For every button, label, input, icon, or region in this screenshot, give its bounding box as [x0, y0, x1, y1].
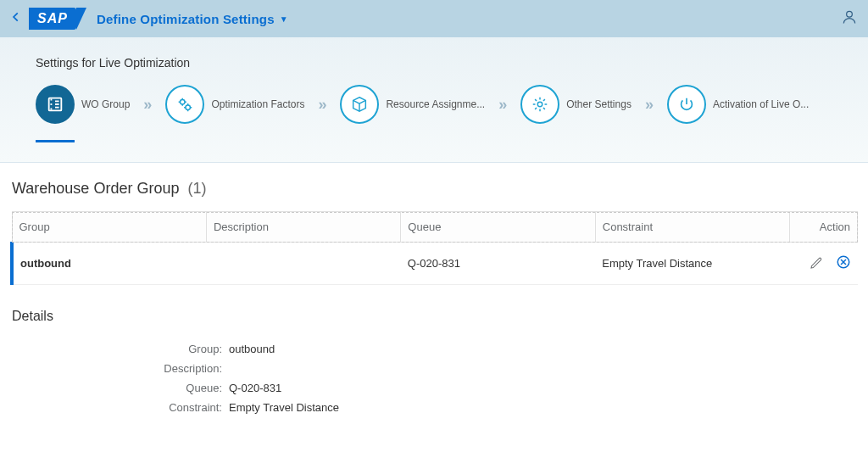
detail-row-description: Description:	[10, 362, 858, 375]
col-description[interactable]: Description	[206, 212, 400, 243]
table-title-text: Warehouse Order Group	[12, 180, 179, 197]
detail-row-queue: Queue: Q-020-831	[10, 382, 858, 394]
detail-value: outbound	[229, 343, 275, 355]
page-title-text: Define Optimization Settings	[97, 12, 275, 26]
detail-label: Description:	[10, 362, 229, 375]
col-group[interactable]: Group	[12, 212, 206, 243]
page-title-dropdown[interactable]: Define Optimization Settings ▼	[97, 12, 288, 26]
chevron-right-icon: »	[143, 96, 152, 114]
wizard-step-label: Resource Assignme...	[386, 98, 485, 110]
list-icon	[36, 85, 75, 124]
cell-description	[206, 243, 400, 285]
col-constraint[interactable]: Constraint	[595, 212, 789, 243]
power-icon	[667, 85, 706, 124]
wizard-step-activation[interactable]: Activation of Live O...	[667, 85, 809, 124]
detail-label: Group:	[10, 343, 229, 355]
detail-label: Constraint:	[10, 401, 229, 414]
detail-row-constraint: Constraint: Empty Travel Distance	[10, 401, 858, 414]
wo-group-table: Group Description Queue Constraint Actio…	[10, 211, 858, 285]
col-action: Action	[790, 212, 858, 243]
edit-icon[interactable]	[809, 255, 824, 271]
chevron-right-icon: »	[645, 96, 654, 114]
details-title: Details	[12, 309, 858, 324]
svg-point-2	[181, 100, 186, 105]
wizard-step-optimization-factors[interactable]: Optimization Factors	[165, 85, 304, 124]
wizard-step-wo-group[interactable]: WO Group	[36, 85, 130, 124]
detail-value: Q-020-831	[229, 382, 281, 394]
back-button[interactable]	[10, 11, 22, 26]
cell-group: outbound	[12, 243, 206, 285]
cell-queue: Q-020-831	[401, 243, 595, 285]
wizard-step-label: Activation of Live O...	[713, 98, 809, 110]
detail-row-group: Group: outbound	[10, 343, 858, 355]
details-section: Details Group: outbound Description: Que…	[10, 285, 858, 414]
gear-icon	[520, 85, 559, 124]
chevron-right-icon: »	[498, 96, 507, 114]
detail-label: Queue:	[10, 382, 229, 394]
wizard-steps: WO Group » Optimization Factors » Resour…	[36, 85, 868, 124]
gears-icon	[165, 85, 204, 124]
table-row[interactable]: outbound Q-020-831 Empty Travel Distance	[12, 243, 858, 285]
chevron-right-icon: »	[318, 96, 326, 114]
cell-action	[790, 243, 858, 285]
wizard-title: Settings for Live Optimization	[36, 56, 868, 70]
wizard-step-label: Optimization Factors	[211, 98, 304, 110]
svg-point-0	[847, 11, 853, 17]
chevron-down-icon: ▼	[280, 14, 288, 24]
detail-value: Empty Travel Distance	[229, 401, 339, 414]
delete-icon[interactable]	[836, 254, 851, 270]
wizard-step-other-settings[interactable]: Other Settings	[520, 85, 632, 124]
wizard-step-label: WO Group	[81, 98, 130, 110]
wizard-step-label: Other Settings	[566, 98, 632, 110]
table-section: Warehouse Order Group (1) Group Descript…	[0, 163, 868, 414]
shell-header: SAP Define Optimization Settings ▼	[0, 0, 868, 37]
svg-point-3	[186, 105, 191, 110]
col-queue[interactable]: Queue	[401, 212, 595, 243]
user-icon[interactable]	[841, 8, 858, 29]
table-count: (1)	[187, 180, 206, 197]
cell-constraint: Empty Travel Distance	[595, 243, 789, 285]
cube-icon	[340, 85, 379, 124]
table-title: Warehouse Order Group (1)	[12, 180, 858, 198]
sap-logo: SAP	[29, 8, 76, 30]
wizard-area: Settings for Live Optimization WO Group …	[0, 37, 868, 163]
svg-point-4	[537, 102, 542, 107]
wizard-step-resource-assignment[interactable]: Resource Assignme...	[340, 85, 485, 124]
